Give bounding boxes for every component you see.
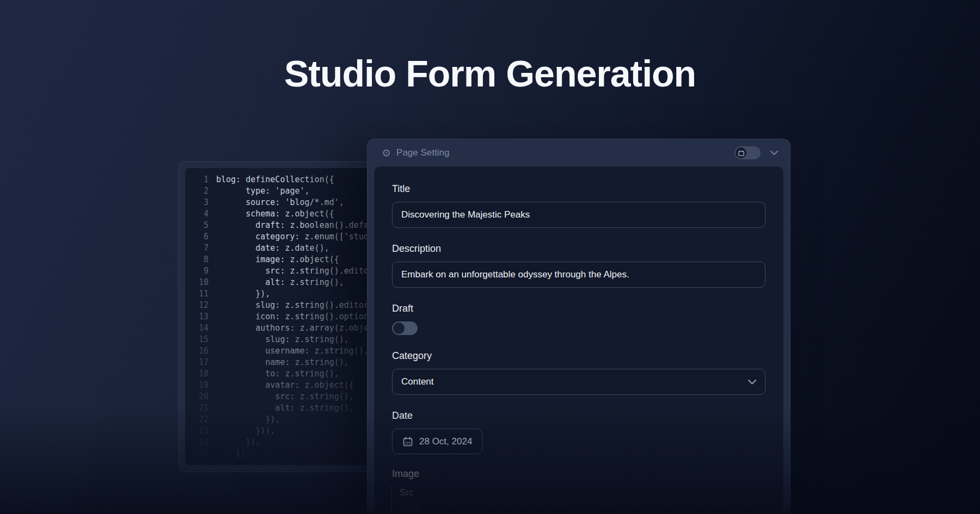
line-number: 4 (185, 208, 209, 220)
code-view-icon (736, 147, 746, 158)
page-setting-panel: ⚙ Page Setting Title Descriptio (367, 139, 791, 514)
date-value: 28 Oct, 2024 (419, 436, 472, 447)
code-text: to: z.string(), (209, 368, 339, 380)
page-setting-header: ⚙ Page Setting (367, 139, 790, 166)
line-number: 3 (185, 197, 209, 208)
image-field-group: Image Src (392, 468, 765, 514)
code-text: name: z.string(), (209, 357, 349, 368)
date-label: Date (392, 410, 765, 422)
line-number: 21 (185, 402, 209, 414)
description-input[interactable] (392, 262, 765, 288)
line-number: 8 (185, 254, 209, 265)
title-label: Title (392, 183, 765, 195)
draft-toggle-knob (393, 323, 405, 334)
line-number: 25 (185, 448, 209, 460)
code-text: image: z.object({ (209, 254, 339, 265)
line-number: 2 (185, 185, 209, 197)
collapse-chevron-down-icon[interactable] (770, 151, 778, 155)
gear-icon: ⚙ (382, 148, 391, 158)
line-number: 22 (185, 414, 209, 425)
code-text: slug: z.string(), (209, 334, 349, 345)
code-text: avatar: z.object({ (209, 380, 354, 391)
code-text: source: 'blog/*.md', (209, 197, 344, 208)
line-number: 15 (185, 334, 209, 345)
code-text: }), (209, 448, 250, 460)
date-picker-button[interactable]: 28 Oct, 2024 (392, 429, 482, 454)
page-title: Studio Form Generation (0, 52, 980, 95)
code-text: icon: z.string().optiona (209, 311, 373, 323)
line-number: 24 (185, 437, 209, 448)
code-text: }), (209, 288, 270, 300)
image-src-input[interactable] (429, 506, 765, 514)
line-number: 1 (185, 174, 209, 185)
line-number: 18 (185, 368, 209, 380)
page-setting-form: Title Description Draft Category Content (374, 166, 783, 514)
image-thumbnail[interactable] (400, 506, 421, 514)
code-text: authors: z.array(z.objec (209, 323, 373, 334)
code-text: type: 'page', (209, 185, 310, 197)
category-label: Category (392, 350, 765, 362)
code-text: }), (209, 437, 260, 448)
code-text: }), (209, 414, 280, 425)
code-text: })), (209, 425, 275, 437)
line-number: 6 (185, 231, 209, 243)
line-number: 10 (185, 277, 209, 288)
line-number: 13 (185, 311, 209, 323)
line-number: 9 (185, 265, 209, 277)
code-text: alt: z.string(), (209, 277, 344, 288)
chevron-down-icon (748, 369, 756, 394)
code-text: draft: z.boolean().defau (209, 220, 373, 231)
code-text: username: z.string(), (209, 345, 369, 357)
line-number: 12 (185, 300, 209, 311)
code-text: date: z.date(), (209, 243, 329, 254)
code-text: schema: z.object({ (209, 208, 334, 220)
group-indent-line (391, 486, 392, 514)
image-src-label: Src (400, 487, 765, 498)
panel-title: Page Setting (396, 147, 734, 158)
code-text: alt: z.string(), (209, 402, 354, 414)
image-label: Image (392, 468, 765, 480)
line-number: 19 (185, 380, 209, 391)
page: Studio Form Generation 1blog: defineColl… (0, 0, 980, 514)
draft-label: Draft (392, 303, 765, 314)
code-text: category: z.enum(['studi (209, 231, 373, 243)
code-text: blog: defineCollection({ (209, 174, 334, 185)
line-number: 20 (185, 391, 209, 402)
form-code-view-toggle[interactable] (734, 146, 761, 159)
category-select[interactable]: Content (392, 369, 765, 395)
calendar-icon (402, 436, 413, 447)
code-text: src: z.string(), (209, 391, 354, 402)
line-number: 16 (185, 345, 209, 357)
title-input[interactable] (392, 202, 765, 228)
line-number: 11 (185, 288, 209, 300)
line-number: 14 (185, 323, 209, 334)
draft-toggle[interactable] (392, 321, 418, 335)
description-label: Description (392, 243, 765, 255)
code-text: slug: z.string().editor( (209, 300, 373, 311)
line-number: 23 (185, 425, 209, 437)
line-number: 17 (185, 357, 209, 368)
line-number: 7 (185, 243, 209, 254)
category-value: Content (401, 376, 434, 387)
code-text: src: z.string().editor (209, 265, 373, 277)
line-number: 5 (185, 220, 209, 231)
